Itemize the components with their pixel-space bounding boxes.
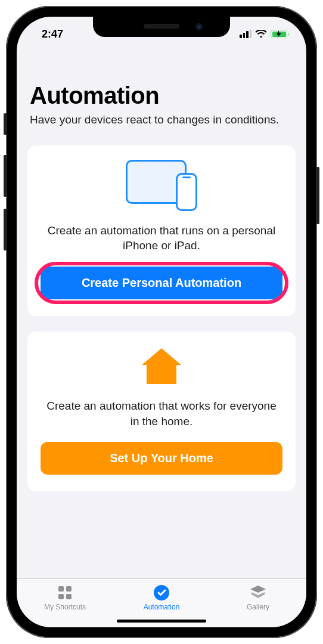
- page-title: Automation: [27, 82, 296, 109]
- tab-gallery[interactable]: Gallery: [210, 584, 306, 611]
- battery-charging-icon: [271, 30, 287, 38]
- automation-clock-icon: [113, 584, 210, 602]
- phone-frame: 2:47 Automation Have your devices react …: [6, 6, 317, 638]
- home-automation-description: Create an automation that works for ever…: [44, 398, 279, 429]
- gallery-stack-icon: [210, 584, 306, 602]
- svg-rect-1: [66, 586, 72, 592]
- screen: 2:47 Automation Have your devices react …: [17, 17, 306, 627]
- cellular-icon: [240, 30, 251, 38]
- setup-home-button[interactable]: Set Up Your Home: [41, 442, 282, 475]
- tab-my-shortcuts[interactable]: My Shortcuts: [17, 584, 113, 611]
- tab-label: Gallery: [210, 603, 306, 611]
- tab-automation[interactable]: Automation: [113, 584, 210, 611]
- svg-rect-3: [66, 594, 72, 599]
- home-automation-card: Create an automation that works for ever…: [27, 332, 296, 491]
- page-subtitle: Have your devices react to changes in co…: [27, 113, 296, 128]
- svg-rect-2: [58, 594, 64, 599]
- home-icon: [41, 346, 282, 388]
- tab-label: Automation: [113, 603, 210, 611]
- home-indicator[interactable]: [117, 620, 206, 623]
- status-time: 2:47: [42, 28, 63, 41]
- wifi-icon: [255, 30, 267, 38]
- personal-automation-card: Create an automation that runs on a pers…: [27, 145, 296, 316]
- personal-automation-description: Create an automation that runs on a pers…: [44, 223, 279, 253]
- content-area: Automation Have your devices react to ch…: [17, 47, 306, 578]
- svg-rect-0: [58, 586, 64, 592]
- notch: [93, 17, 230, 37]
- create-personal-automation-button[interactable]: Create Personal Automation: [41, 267, 282, 299]
- devices-icon: [126, 160, 197, 210]
- grid-icon: [17, 584, 113, 602]
- tab-label: My Shortcuts: [17, 603, 113, 611]
